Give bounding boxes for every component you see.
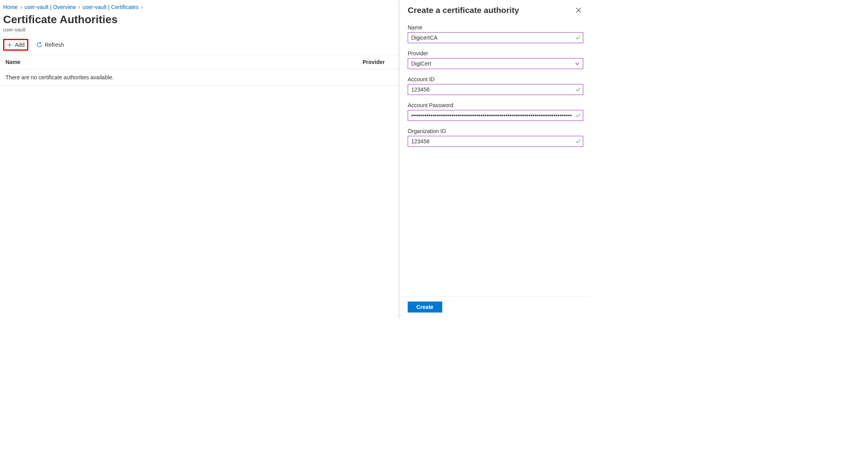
create-ca-panel: Create a certificate authority Name Prov…: [399, 0, 591, 319]
column-header-name[interactable]: Name: [5, 59, 363, 65]
chevron-right-icon: ›: [20, 4, 22, 10]
account-password-input[interactable]: [408, 110, 583, 121]
chevron-right-icon: ›: [141, 4, 143, 10]
organization-id-input[interactable]: [408, 136, 583, 147]
refresh-icon: [36, 42, 42, 48]
refresh-button-label: Refresh: [45, 42, 64, 48]
chevron-right-icon: ›: [78, 4, 80, 10]
breadcrumb-overview[interactable]: user-vault | Overview: [24, 4, 76, 10]
check-icon: [575, 35, 581, 40]
account-id-input[interactable]: [408, 84, 583, 95]
breadcrumb-home[interactable]: Home: [3, 4, 18, 10]
breadcrumb-certificates[interactable]: user-vault | Certificates: [82, 4, 139, 10]
close-panel-button[interactable]: [574, 5, 583, 15]
close-icon: [575, 7, 582, 13]
organization-id-label: Organization ID: [408, 128, 583, 134]
create-button[interactable]: Create: [408, 302, 442, 313]
panel-title: Create a certificate authority: [408, 5, 519, 15]
check-icon: [575, 87, 581, 92]
plus-icon: [7, 42, 13, 48]
refresh-button[interactable]: Refresh: [34, 40, 66, 49]
add-button-label: Add: [15, 42, 25, 48]
account-id-label: Account ID: [408, 76, 583, 82]
name-input[interactable]: [408, 32, 583, 43]
name-label: Name: [408, 24, 583, 31]
account-password-label: Account Password: [408, 102, 583, 108]
check-icon: [575, 139, 581, 144]
provider-select[interactable]: DigiCert: [408, 58, 583, 69]
add-button[interactable]: Add: [3, 39, 28, 51]
provider-label: Provider: [408, 50, 583, 57]
check-icon: [575, 113, 581, 118]
